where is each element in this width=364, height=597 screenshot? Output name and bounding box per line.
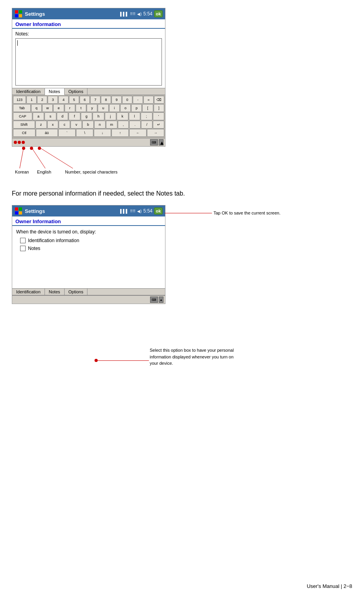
- key-e[interactable]: e: [53, 104, 64, 112]
- tab-options-bottom[interactable]: Options: [65, 289, 88, 295]
- key-g[interactable]: g: [81, 112, 92, 120]
- key-c[interactable]: c: [59, 121, 70, 129]
- key-b[interactable]: b: [82, 121, 94, 129]
- key-t[interactable]: t: [76, 104, 86, 112]
- expand-icon[interactable]: ▲: [159, 139, 163, 146]
- key-9[interactable]: 9: [111, 96, 122, 104]
- checkbox-row-identification: Identification information: [16, 238, 161, 243]
- key-semicolon[interactable]: ;: [141, 112, 152, 120]
- checkbox-row-notes: Notes: [16, 246, 161, 251]
- tab-notes-top[interactable]: Notes: [45, 88, 65, 95]
- key-6[interactable]: 6: [80, 96, 90, 104]
- key-2[interactable]: 2: [37, 96, 47, 104]
- key-lbracket[interactable]: [: [142, 104, 153, 112]
- svg-point-7: [22, 147, 25, 150]
- english-label: English: [37, 170, 51, 174]
- volume-icon-bottom: ◀): [137, 209, 141, 213]
- key-r[interactable]: r: [65, 104, 75, 112]
- key-dash[interactable]: -: [133, 96, 143, 104]
- key-8[interactable]: 8: [101, 96, 111, 104]
- key-i[interactable]: i: [109, 104, 120, 112]
- key-x[interactable]: x: [47, 121, 59, 129]
- title-bar-left: Settings: [15, 10, 45, 18]
- key-123[interactable]: 123: [13, 96, 26, 104]
- key-z[interactable]: z: [35, 121, 47, 129]
- annotation-area-top: Korean English Number, special character…: [12, 147, 364, 182]
- key-w[interactable]: w: [42, 104, 53, 112]
- notes-label: Notes:: [15, 31, 162, 37]
- tab-options-top[interactable]: Options: [65, 88, 88, 95]
- select-annotation-text: Select this option box to have your pers…: [150, 347, 236, 367]
- key-y[interactable]: y: [87, 104, 97, 112]
- key-ctrl[interactable]: Ctl: [13, 129, 35, 137]
- owner-info-title-bottom: Owner Information: [15, 218, 61, 224]
- key-m[interactable]: m: [106, 121, 117, 129]
- key-h[interactable]: h: [93, 112, 104, 120]
- ok-button-top[interactable]: ok: [154, 10, 163, 17]
- volume-icon: ◀): [137, 12, 141, 16]
- key-l[interactable]: l: [129, 112, 140, 120]
- tab-identification-bottom[interactable]: Identification: [12, 289, 45, 295]
- key-u[interactable]: u: [98, 104, 108, 112]
- key-aue[interactable]: áü: [36, 129, 58, 137]
- svg-rect-0: [15, 10, 18, 13]
- key-5[interactable]: 5: [69, 96, 79, 104]
- key-backspace[interactable]: ⌫: [154, 96, 164, 104]
- key-right[interactable]: →: [147, 129, 164, 137]
- key-left[interactable]: ←: [129, 129, 147, 137]
- key-rbracket[interactable]: ]: [154, 104, 164, 112]
- middle-text: For more personal information if needed,…: [12, 190, 352, 197]
- key-s[interactable]: s: [45, 112, 56, 120]
- key-slash[interactable]: /: [141, 121, 152, 129]
- bottom-device-screenshot: Settings ▌▌▌ ⠿⠿ ◀) 5:54 ok Owner Informa…: [12, 205, 165, 304]
- key-0[interactable]: 0: [122, 96, 132, 104]
- key-1[interactable]: 1: [26, 96, 37, 104]
- keyboard-toggle-icon-bottom[interactable]: ⌨: [150, 297, 158, 303]
- key-backslash[interactable]: \: [76, 129, 93, 137]
- key-f[interactable]: f: [69, 112, 80, 120]
- owner-info-title-top: Owner Information: [15, 21, 61, 27]
- time-display: 5:54: [143, 11, 152, 17]
- svg-rect-2: [15, 14, 18, 17]
- key-period[interactable]: .: [129, 121, 141, 129]
- key-j[interactable]: j: [105, 112, 116, 120]
- keyboard-toggle-icon[interactable]: ⌨: [150, 139, 158, 146]
- checkbox-identification[interactable]: [20, 238, 26, 243]
- ok-button-bottom[interactable]: ok: [154, 207, 163, 215]
- key-equals[interactable]: =: [143, 96, 154, 104]
- key-n[interactable]: n: [94, 121, 106, 129]
- svg-rect-12: [15, 211, 18, 215]
- signal-icon: ▌▌▌: [120, 12, 128, 16]
- key-cap[interactable]: CAP: [13, 112, 32, 120]
- key-p[interactable]: p: [131, 104, 142, 112]
- key-a[interactable]: a: [33, 112, 44, 120]
- key-down[interactable]: ↓: [94, 129, 111, 137]
- tab-notes-bottom[interactable]: Notes: [45, 289, 65, 295]
- ok-annotation-text: Tap OK to save the current screen.: [214, 211, 280, 215]
- page-container: Settings ▌▌▌ ⠿⠿ ◀) 5:54 ok Owner Informa…: [0, 0, 364, 597]
- key-backtick[interactable]: `: [58, 129, 76, 137]
- keyboard-row-4: Shift z x c v b n m , . / ↵: [13, 121, 164, 129]
- key-7[interactable]: 7: [90, 96, 100, 104]
- bottom-toolbar-bottom: ⌨ ▲: [12, 295, 165, 304]
- key-v[interactable]: v: [71, 121, 82, 129]
- tab-identification-top[interactable]: Identification: [12, 88, 45, 95]
- key-up[interactable]: ↑: [111, 129, 129, 137]
- key-3[interactable]: 3: [48, 96, 58, 104]
- key-o[interactable]: o: [120, 104, 131, 112]
- key-quote[interactable]: ': [153, 112, 164, 120]
- keyboard-row-3: CAP a s d f g h j k l ; ': [13, 112, 164, 120]
- key-enter[interactable]: ↵: [153, 121, 164, 129]
- key-q[interactable]: q: [31, 104, 42, 112]
- checkbox-notes[interactable]: [20, 246, 26, 251]
- key-4[interactable]: 4: [58, 96, 69, 104]
- svg-rect-1: [19, 10, 22, 13]
- dot-korean: [14, 141, 17, 144]
- notes-textarea[interactable]: [15, 38, 162, 86]
- expand-icon-bottom[interactable]: ▲: [159, 297, 163, 303]
- key-tab[interactable]: Tab: [13, 104, 31, 112]
- key-k[interactable]: k: [117, 112, 128, 120]
- key-d[interactable]: d: [57, 112, 68, 120]
- key-shift[interactable]: Shift: [13, 121, 35, 129]
- key-comma[interactable]: ,: [118, 121, 129, 129]
